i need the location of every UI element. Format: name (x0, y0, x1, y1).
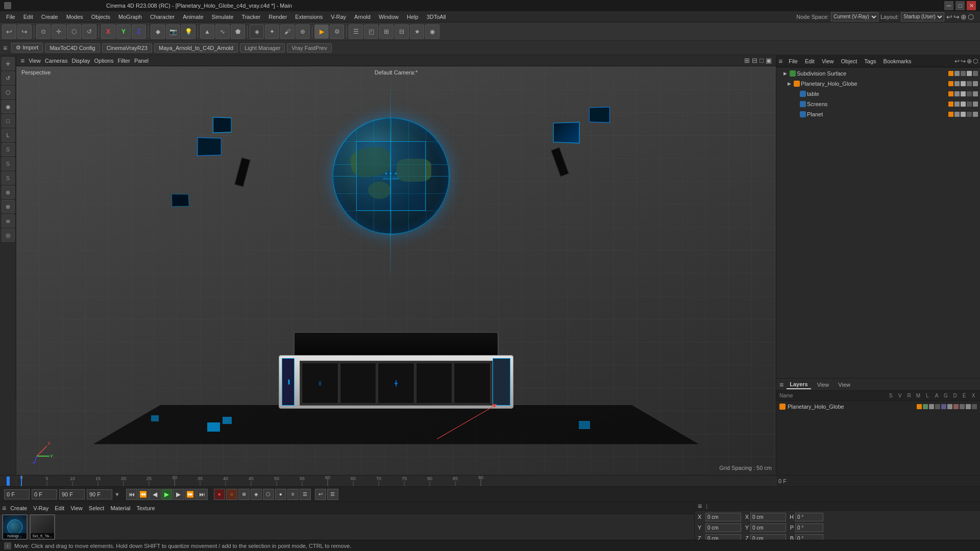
mat-menu-vray[interactable]: V-Ray (31, 505, 51, 511)
hamburger-menu-btn[interactable]: ≡ (3, 44, 7, 52)
tree-item-planet[interactable]: Planet (776, 109, 980, 119)
layers-hamburger[interactable]: ≡ (779, 381, 783, 389)
pb-play-btn[interactable]: ▶ (161, 489, 173, 500)
rp-icon-1[interactable]: ↩ (954, 58, 960, 65)
layers-tab-layers[interactable]: Layers (787, 380, 811, 389)
sculpt-btn[interactable]: ✦ (265, 24, 279, 39)
layers-tab-view2[interactable]: View (835, 381, 853, 389)
mat-menu-texture[interactable]: Texture (135, 505, 157, 511)
vp-menu-cameras[interactable]: Cameras (45, 58, 68, 64)
rp-tab-view[interactable]: View (819, 57, 837, 65)
mat-hamburger[interactable]: ≡ (2, 504, 6, 512)
tool5-btn[interactable]: ★ (410, 24, 424, 39)
layout-select[interactable]: Startup (User) (901, 12, 944, 21)
tr-icon-4[interactable]: ◈ (251, 489, 262, 500)
material-btn[interactable]: ◈ (250, 24, 264, 39)
tr-icon-7[interactable]: ≡ (287, 489, 299, 500)
tree-item-table[interactable]: table (776, 89, 980, 99)
live-select-btn[interactable]: ⊙ (36, 24, 51, 39)
mat-menu-material[interactable]: Material (108, 505, 132, 511)
transport-fps[interactable] (87, 489, 112, 499)
vp-menu-panel[interactable]: Panel (134, 58, 149, 64)
light-btn[interactable]: 💡 (181, 24, 195, 39)
menu-arnold[interactable]: Arnold (350, 13, 375, 21)
left-tool-circle[interactable]: ◎ (2, 229, 15, 242)
scale-btn[interactable]: ⬡ (67, 24, 81, 39)
pb-next-frame-btn[interactable]: ▶ (173, 489, 184, 500)
paint-btn[interactable]: 🖌 (280, 24, 295, 39)
vp-icon-3[interactable]: □ (760, 57, 764, 64)
polygon-btn[interactable]: ▲ (200, 24, 214, 39)
render-btn[interactable]: ▶ (314, 24, 329, 39)
node-space-select[interactable]: Current (V-Ray) (831, 12, 878, 21)
mat-menu-create[interactable]: Create (8, 505, 29, 511)
maximize-button[interactable]: □ (955, 1, 965, 10)
tool1-btn[interactable]: ☰ (349, 24, 363, 39)
left-tool-rotate[interactable]: ↺ (2, 71, 15, 85)
menu-objects[interactable]: Objects (87, 13, 114, 21)
coord-y-size[interactable] (750, 523, 786, 532)
rp-tab-tags[interactable]: Tags (861, 57, 879, 65)
coord-x-rot[interactable] (795, 513, 823, 521)
maxtoc4d-btn[interactable]: MaxToC4D Config (45, 43, 100, 53)
menu-tracker[interactable]: Tracker (237, 13, 264, 21)
tool6-btn[interactable]: ◉ (425, 24, 439, 39)
tree-item-planetary[interactable]: ▶ Planetary_Holo_Globe (776, 79, 980, 89)
rotate-btn[interactable]: ↺ (82, 24, 96, 39)
snap-btn[interactable]: ⊕ (296, 24, 310, 39)
tool3-btn[interactable]: ⊞ (379, 24, 394, 39)
transport-frame-end[interactable] (59, 489, 85, 499)
pb-first-btn[interactable]: ⏮ (126, 489, 137, 500)
cube-btn[interactable]: ◆ (151, 24, 165, 39)
menu-mograph[interactable]: MoGraph (114, 13, 146, 21)
left-tool-paint[interactable]: L (2, 129, 15, 142)
rp-hamburger[interactable]: ≡ (778, 57, 782, 65)
pb-prev-frame-btn[interactable]: ◀ (150, 489, 161, 500)
timeline-ruler[interactable]: 0 5 10 15 20 25 30 35 40 (16, 475, 776, 486)
pb-next-btn[interactable]: ⏩ (185, 489, 196, 500)
rp-icon-2[interactable]: ↪ (961, 58, 966, 65)
cinemavray-btn[interactable]: CinemaVrayR23 (102, 43, 152, 53)
tree-item-screens[interactable]: Screens (776, 99, 980, 109)
coords-hamburger[interactable]: ≡ (698, 502, 702, 510)
left-tool-s2[interactable]: S (2, 157, 15, 170)
coord-y-pos[interactable] (705, 523, 741, 532)
rp-icon-3[interactable]: ⊕ (967, 58, 972, 65)
material-item-2[interactable]: Sci_fi_Ta... (30, 514, 55, 540)
vp-menu-display[interactable]: Display (71, 58, 90, 64)
spline-btn[interactable]: ∿ (215, 24, 230, 39)
tr-icon-10[interactable]: ☰ (327, 489, 338, 500)
menu-3dtoall[interactable]: 3DToAll (423, 13, 450, 21)
left-tool-select[interactable]: ✛ (2, 57, 15, 70)
render-settings-btn[interactable]: ⚙ (330, 24, 344, 39)
tr-icon-8[interactable]: ☰ (300, 489, 311, 500)
left-tool-rect[interactable]: □ (2, 114, 15, 128)
left-tool-s1[interactable]: S (2, 143, 15, 156)
tr-icon-6[interactable]: ● (275, 489, 286, 500)
menu-vray[interactable]: V-Ray (327, 13, 350, 21)
maya-arnold-btn[interactable]: Maya_Arnold_to_C4D_Arnold (154, 43, 238, 53)
menu-modes[interactable]: Modes (62, 13, 87, 21)
layers-tab-view[interactable]: View (814, 381, 832, 389)
pb-last-btn[interactable]: ⏭ (197, 489, 208, 500)
tree-item-subdivision[interactable]: ▶ Subdivision Surface (776, 68, 980, 79)
vp-icon-1[interactable]: ⊞ (744, 57, 750, 64)
mat-menu-view[interactable]: View (68, 505, 85, 511)
redo-button[interactable]: ↪ (17, 24, 32, 39)
menu-edit[interactable]: Edit (19, 13, 37, 21)
vp-menu-hamburger[interactable]: ≡ (20, 57, 24, 65)
rp-tab-edit[interactable]: Edit (802, 57, 818, 65)
camera-btn[interactable]: 📷 (166, 24, 180, 39)
vp-menu-options[interactable]: Options (94, 58, 114, 64)
minimize-button[interactable]: ─ (944, 1, 953, 10)
undo-button[interactable]: ↩ (2, 24, 16, 39)
menu-window[interactable]: Window (375, 13, 403, 21)
vp-menu-view[interactable]: View (29, 58, 41, 64)
status-icon-left[interactable]: i (4, 542, 11, 549)
menu-create[interactable]: Create (37, 13, 62, 21)
import-btn[interactable]: ⚙ Import (11, 43, 43, 53)
menu-help[interactable]: Help (403, 13, 423, 21)
tool2-btn[interactable]: ◰ (364, 24, 378, 39)
axis-x-btn[interactable]: X (101, 24, 115, 39)
left-tool-s3[interactable]: S (2, 171, 15, 185)
